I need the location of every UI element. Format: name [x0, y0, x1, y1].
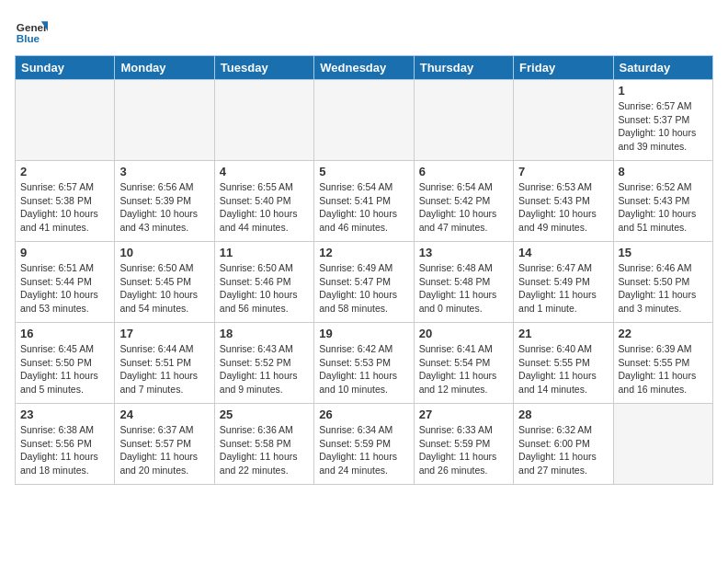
day-number: 18	[220, 327, 309, 340]
calendar-cell: 18Sunrise: 6:43 AM Sunset: 5:52 PM Dayli…	[214, 323, 313, 404]
day-info: Sunrise: 6:54 AM Sunset: 5:42 PM Dayligh…	[419, 180, 508, 235]
day-info: Sunrise: 6:39 AM Sunset: 5:55 PM Dayligh…	[619, 342, 708, 396]
day-number: 20	[419, 327, 508, 340]
calendar-cell: 6Sunrise: 6:54 AM Sunset: 5:42 PM Daylig…	[414, 161, 513, 242]
calendar-cell	[414, 80, 513, 161]
day-number: 4	[220, 165, 309, 178]
calendar-cell	[613, 404, 712, 485]
calendar-cell: 5Sunrise: 6:54 AM Sunset: 5:41 PM Daylig…	[314, 161, 414, 242]
calendar-cell: 20Sunrise: 6:41 AM Sunset: 5:54 PM Dayli…	[414, 323, 513, 404]
calendar-week-row: 16Sunrise: 6:45 AM Sunset: 5:50 PM Dayli…	[16, 323, 713, 404]
calendar-cell	[214, 80, 313, 161]
weekday-header-saturday: Saturday	[613, 56, 712, 80]
day-info: Sunrise: 6:56 AM Sunset: 5:39 PM Dayligh…	[119, 180, 209, 235]
day-info: Sunrise: 6:45 AM Sunset: 5:50 PM Dayligh…	[20, 342, 109, 396]
calendar-table: SundayMondayTuesdayWednesdayThursdayFrid…	[15, 55, 713, 485]
calendar-cell: 9Sunrise: 6:51 AM Sunset: 5:44 PM Daylig…	[16, 242, 115, 323]
day-number: 12	[319, 246, 408, 259]
calendar-cell: 27Sunrise: 6:33 AM Sunset: 5:59 PM Dayli…	[414, 404, 513, 485]
day-info: Sunrise: 6:50 AM Sunset: 5:46 PM Dayligh…	[220, 261, 309, 316]
day-info: Sunrise: 6:54 AM Sunset: 5:41 PM Dayligh…	[319, 180, 408, 235]
day-number: 10	[119, 246, 209, 259]
calendar-cell: 28Sunrise: 6:32 AM Sunset: 6:00 PM Dayli…	[514, 404, 613, 485]
day-number: 16	[20, 327, 109, 340]
calendar-cell: 13Sunrise: 6:48 AM Sunset: 5:48 PM Dayli…	[414, 242, 513, 323]
calendar-cell: 25Sunrise: 6:36 AM Sunset: 5:58 PM Dayli…	[214, 404, 313, 485]
weekday-header-wednesday: Wednesday	[314, 56, 414, 80]
calendar-cell: 14Sunrise: 6:47 AM Sunset: 5:49 PM Dayli…	[514, 242, 613, 323]
day-number: 28	[518, 408, 608, 421]
day-info: Sunrise: 6:51 AM Sunset: 5:44 PM Dayligh…	[20, 261, 109, 316]
calendar-week-row: 1Sunrise: 6:57 AM Sunset: 5:37 PM Daylig…	[16, 80, 713, 161]
calendar-cell: 8Sunrise: 6:52 AM Sunset: 5:43 PM Daylig…	[613, 161, 712, 242]
day-info: Sunrise: 6:50 AM Sunset: 5:45 PM Dayligh…	[119, 261, 209, 316]
calendar-cell: 21Sunrise: 6:40 AM Sunset: 5:55 PM Dayli…	[514, 323, 613, 404]
calendar-week-row: 23Sunrise: 6:38 AM Sunset: 5:56 PM Dayli…	[16, 404, 713, 485]
calendar-cell: 15Sunrise: 6:46 AM Sunset: 5:50 PM Dayli…	[613, 242, 712, 323]
day-info: Sunrise: 6:57 AM Sunset: 5:37 PM Dayligh…	[619, 99, 708, 154]
weekday-header-friday: Friday	[514, 56, 613, 80]
calendar-cell	[16, 80, 115, 161]
calendar-cell: 24Sunrise: 6:37 AM Sunset: 5:57 PM Dayli…	[115, 404, 214, 485]
day-number: 13	[419, 246, 508, 259]
calendar-cell	[314, 80, 414, 161]
weekday-header-sunday: Sunday	[16, 56, 115, 80]
day-number: 7	[518, 165, 608, 178]
day-info: Sunrise: 6:34 AM Sunset: 5:59 PM Dayligh…	[319, 423, 408, 477]
day-number: 17	[119, 327, 209, 340]
day-info: Sunrise: 6:36 AM Sunset: 5:58 PM Dayligh…	[220, 423, 309, 477]
day-number: 11	[220, 246, 309, 259]
day-number: 27	[419, 408, 508, 421]
calendar-cell: 10Sunrise: 6:50 AM Sunset: 5:45 PM Dayli…	[115, 242, 214, 323]
day-number: 21	[518, 327, 608, 340]
day-number: 22	[619, 327, 708, 340]
calendar-cell: 1Sunrise: 6:57 AM Sunset: 5:37 PM Daylig…	[613, 80, 712, 161]
logo-icon: General Blue	[15, 15, 48, 48]
page-header: General Blue	[15, 15, 713, 48]
day-number: 2	[20, 165, 109, 178]
day-info: Sunrise: 6:32 AM Sunset: 6:00 PM Dayligh…	[518, 423, 608, 477]
day-number: 14	[518, 246, 608, 259]
day-info: Sunrise: 6:37 AM Sunset: 5:57 PM Dayligh…	[119, 423, 209, 477]
day-info: Sunrise: 6:48 AM Sunset: 5:48 PM Dayligh…	[419, 261, 508, 316]
calendar-cell	[115, 80, 214, 161]
day-number: 6	[419, 165, 508, 178]
calendar-cell: 3Sunrise: 6:56 AM Sunset: 5:39 PM Daylig…	[115, 161, 214, 242]
day-number: 8	[619, 165, 708, 178]
weekday-header-monday: Monday	[115, 56, 214, 80]
day-number: 1	[619, 84, 708, 98]
logo: General Blue	[15, 15, 51, 48]
day-number: 26	[319, 408, 408, 421]
day-info: Sunrise: 6:38 AM Sunset: 5:56 PM Dayligh…	[20, 423, 109, 477]
day-info: Sunrise: 6:53 AM Sunset: 5:43 PM Dayligh…	[518, 180, 608, 235]
calendar-cell: 4Sunrise: 6:55 AM Sunset: 5:40 PM Daylig…	[214, 161, 313, 242]
day-info: Sunrise: 6:42 AM Sunset: 5:53 PM Dayligh…	[319, 342, 408, 396]
calendar-cell: 19Sunrise: 6:42 AM Sunset: 5:53 PM Dayli…	[314, 323, 414, 404]
day-info: Sunrise: 6:52 AM Sunset: 5:43 PM Dayligh…	[619, 180, 708, 235]
day-number: 24	[119, 408, 209, 421]
calendar-cell: 22Sunrise: 6:39 AM Sunset: 5:55 PM Dayli…	[613, 323, 712, 404]
svg-text:Blue: Blue	[17, 32, 40, 44]
calendar-cell: 12Sunrise: 6:49 AM Sunset: 5:47 PM Dayli…	[314, 242, 414, 323]
day-info: Sunrise: 6:40 AM Sunset: 5:55 PM Dayligh…	[518, 342, 608, 396]
day-info: Sunrise: 6:47 AM Sunset: 5:49 PM Dayligh…	[518, 261, 608, 316]
day-info: Sunrise: 6:44 AM Sunset: 5:51 PM Dayligh…	[119, 342, 209, 396]
day-info: Sunrise: 6:46 AM Sunset: 5:50 PM Dayligh…	[619, 261, 708, 316]
day-info: Sunrise: 6:43 AM Sunset: 5:52 PM Dayligh…	[220, 342, 309, 396]
calendar-cell: 23Sunrise: 6:38 AM Sunset: 5:56 PM Dayli…	[16, 404, 115, 485]
day-number: 15	[619, 246, 708, 259]
day-number: 5	[319, 165, 408, 178]
calendar-cell: 17Sunrise: 6:44 AM Sunset: 5:51 PM Dayli…	[115, 323, 214, 404]
calendar-cell: 2Sunrise: 6:57 AM Sunset: 5:38 PM Daylig…	[16, 161, 115, 242]
calendar-week-row: 2Sunrise: 6:57 AM Sunset: 5:38 PM Daylig…	[16, 161, 713, 242]
weekday-header-row: SundayMondayTuesdayWednesdayThursdayFrid…	[16, 56, 713, 80]
day-number: 23	[20, 408, 109, 421]
weekday-header-tuesday: Tuesday	[214, 56, 313, 80]
day-info: Sunrise: 6:33 AM Sunset: 5:59 PM Dayligh…	[419, 423, 508, 477]
day-info: Sunrise: 6:55 AM Sunset: 5:40 PM Dayligh…	[220, 180, 309, 235]
day-number: 19	[319, 327, 408, 340]
day-number: 25	[220, 408, 309, 421]
calendar-cell	[514, 80, 613, 161]
day-number: 3	[119, 165, 209, 178]
calendar-cell: 11Sunrise: 6:50 AM Sunset: 5:46 PM Dayli…	[214, 242, 313, 323]
